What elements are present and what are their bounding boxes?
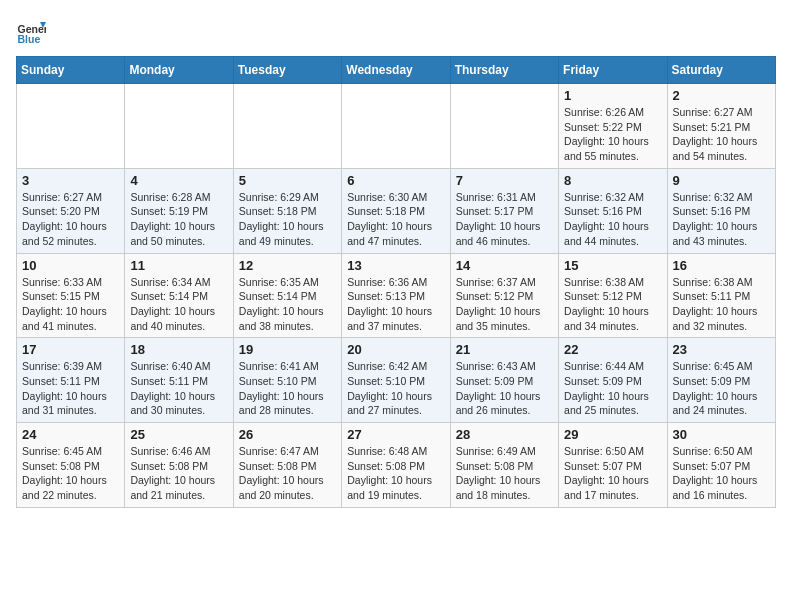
day-info: Sunrise: 6:50 AM Sunset: 5:07 PM Dayligh… — [564, 444, 661, 503]
calendar-cell: 9Sunrise: 6:32 AM Sunset: 5:16 PM Daylig… — [667, 168, 775, 253]
day-info: Sunrise: 6:29 AM Sunset: 5:18 PM Dayligh… — [239, 190, 336, 249]
day-number: 15 — [564, 258, 661, 273]
calendar-cell: 1Sunrise: 6:26 AM Sunset: 5:22 PM Daylig… — [559, 84, 667, 169]
day-info: Sunrise: 6:27 AM Sunset: 5:21 PM Dayligh… — [673, 105, 770, 164]
calendar-week-row: 3Sunrise: 6:27 AM Sunset: 5:20 PM Daylig… — [17, 168, 776, 253]
day-info: Sunrise: 6:31 AM Sunset: 5:17 PM Dayligh… — [456, 190, 553, 249]
calendar-cell: 8Sunrise: 6:32 AM Sunset: 5:16 PM Daylig… — [559, 168, 667, 253]
day-number: 8 — [564, 173, 661, 188]
day-info: Sunrise: 6:39 AM Sunset: 5:11 PM Dayligh… — [22, 359, 119, 418]
calendar-cell: 23Sunrise: 6:45 AM Sunset: 5:09 PM Dayli… — [667, 338, 775, 423]
day-number: 6 — [347, 173, 444, 188]
calendar-cell — [17, 84, 125, 169]
calendar-week-row: 10Sunrise: 6:33 AM Sunset: 5:15 PM Dayli… — [17, 253, 776, 338]
calendar-cell: 10Sunrise: 6:33 AM Sunset: 5:15 PM Dayli… — [17, 253, 125, 338]
day-info: Sunrise: 6:45 AM Sunset: 5:08 PM Dayligh… — [22, 444, 119, 503]
day-number: 2 — [673, 88, 770, 103]
day-number: 24 — [22, 427, 119, 442]
day-info: Sunrise: 6:28 AM Sunset: 5:19 PM Dayligh… — [130, 190, 227, 249]
calendar-cell: 19Sunrise: 6:41 AM Sunset: 5:10 PM Dayli… — [233, 338, 341, 423]
calendar-cell — [342, 84, 450, 169]
day-info: Sunrise: 6:37 AM Sunset: 5:12 PM Dayligh… — [456, 275, 553, 334]
day-info: Sunrise: 6:40 AM Sunset: 5:11 PM Dayligh… — [130, 359, 227, 418]
day-number: 26 — [239, 427, 336, 442]
day-info: Sunrise: 6:45 AM Sunset: 5:09 PM Dayligh… — [673, 359, 770, 418]
day-info: Sunrise: 6:44 AM Sunset: 5:09 PM Dayligh… — [564, 359, 661, 418]
weekday-header-thursday: Thursday — [450, 57, 558, 84]
day-number: 20 — [347, 342, 444, 357]
day-info: Sunrise: 6:33 AM Sunset: 5:15 PM Dayligh… — [22, 275, 119, 334]
calendar-cell — [450, 84, 558, 169]
calendar-cell: 16Sunrise: 6:38 AM Sunset: 5:11 PM Dayli… — [667, 253, 775, 338]
day-info: Sunrise: 6:35 AM Sunset: 5:14 PM Dayligh… — [239, 275, 336, 334]
logo-icon: General Blue — [16, 16, 46, 46]
day-info: Sunrise: 6:50 AM Sunset: 5:07 PM Dayligh… — [673, 444, 770, 503]
day-info: Sunrise: 6:49 AM Sunset: 5:08 PM Dayligh… — [456, 444, 553, 503]
calendar-cell: 30Sunrise: 6:50 AM Sunset: 5:07 PM Dayli… — [667, 423, 775, 508]
day-number: 1 — [564, 88, 661, 103]
calendar-cell: 13Sunrise: 6:36 AM Sunset: 5:13 PM Dayli… — [342, 253, 450, 338]
calendar-header-row: SundayMondayTuesdayWednesdayThursdayFrid… — [17, 57, 776, 84]
day-info: Sunrise: 6:32 AM Sunset: 5:16 PM Dayligh… — [564, 190, 661, 249]
day-info: Sunrise: 6:46 AM Sunset: 5:08 PM Dayligh… — [130, 444, 227, 503]
day-info: Sunrise: 6:27 AM Sunset: 5:20 PM Dayligh… — [22, 190, 119, 249]
calendar-cell: 27Sunrise: 6:48 AM Sunset: 5:08 PM Dayli… — [342, 423, 450, 508]
calendar-cell: 6Sunrise: 6:30 AM Sunset: 5:18 PM Daylig… — [342, 168, 450, 253]
logo: General Blue — [16, 16, 46, 46]
calendar-cell: 28Sunrise: 6:49 AM Sunset: 5:08 PM Dayli… — [450, 423, 558, 508]
day-number: 3 — [22, 173, 119, 188]
day-number: 7 — [456, 173, 553, 188]
calendar-cell: 25Sunrise: 6:46 AM Sunset: 5:08 PM Dayli… — [125, 423, 233, 508]
day-info: Sunrise: 6:38 AM Sunset: 5:12 PM Dayligh… — [564, 275, 661, 334]
day-number: 21 — [456, 342, 553, 357]
calendar-cell: 24Sunrise: 6:45 AM Sunset: 5:08 PM Dayli… — [17, 423, 125, 508]
calendar-week-row: 1Sunrise: 6:26 AM Sunset: 5:22 PM Daylig… — [17, 84, 776, 169]
day-info: Sunrise: 6:42 AM Sunset: 5:10 PM Dayligh… — [347, 359, 444, 418]
weekday-header-tuesday: Tuesday — [233, 57, 341, 84]
day-info: Sunrise: 6:43 AM Sunset: 5:09 PM Dayligh… — [456, 359, 553, 418]
weekday-header-sunday: Sunday — [17, 57, 125, 84]
weekday-header-monday: Monday — [125, 57, 233, 84]
calendar-body: 1Sunrise: 6:26 AM Sunset: 5:22 PM Daylig… — [17, 84, 776, 508]
day-number: 30 — [673, 427, 770, 442]
weekday-header-wednesday: Wednesday — [342, 57, 450, 84]
calendar-cell: 7Sunrise: 6:31 AM Sunset: 5:17 PM Daylig… — [450, 168, 558, 253]
day-number: 22 — [564, 342, 661, 357]
day-info: Sunrise: 6:38 AM Sunset: 5:11 PM Dayligh… — [673, 275, 770, 334]
calendar-cell: 21Sunrise: 6:43 AM Sunset: 5:09 PM Dayli… — [450, 338, 558, 423]
day-number: 27 — [347, 427, 444, 442]
weekday-header-friday: Friday — [559, 57, 667, 84]
day-number: 10 — [22, 258, 119, 273]
day-number: 4 — [130, 173, 227, 188]
calendar-cell: 14Sunrise: 6:37 AM Sunset: 5:12 PM Dayli… — [450, 253, 558, 338]
day-number: 19 — [239, 342, 336, 357]
day-info: Sunrise: 6:30 AM Sunset: 5:18 PM Dayligh… — [347, 190, 444, 249]
calendar-week-row: 24Sunrise: 6:45 AM Sunset: 5:08 PM Dayli… — [17, 423, 776, 508]
calendar-cell — [233, 84, 341, 169]
calendar-table: SundayMondayTuesdayWednesdayThursdayFrid… — [16, 56, 776, 508]
calendar-cell: 18Sunrise: 6:40 AM Sunset: 5:11 PM Dayli… — [125, 338, 233, 423]
day-number: 18 — [130, 342, 227, 357]
day-info: Sunrise: 6:32 AM Sunset: 5:16 PM Dayligh… — [673, 190, 770, 249]
calendar-cell: 26Sunrise: 6:47 AM Sunset: 5:08 PM Dayli… — [233, 423, 341, 508]
day-number: 28 — [456, 427, 553, 442]
day-info: Sunrise: 6:48 AM Sunset: 5:08 PM Dayligh… — [347, 444, 444, 503]
day-number: 29 — [564, 427, 661, 442]
calendar-cell: 17Sunrise: 6:39 AM Sunset: 5:11 PM Dayli… — [17, 338, 125, 423]
day-number: 17 — [22, 342, 119, 357]
day-number: 25 — [130, 427, 227, 442]
calendar-cell: 4Sunrise: 6:28 AM Sunset: 5:19 PM Daylig… — [125, 168, 233, 253]
svg-text:Blue: Blue — [18, 33, 41, 45]
calendar-cell: 12Sunrise: 6:35 AM Sunset: 5:14 PM Dayli… — [233, 253, 341, 338]
day-info: Sunrise: 6:41 AM Sunset: 5:10 PM Dayligh… — [239, 359, 336, 418]
weekday-header-saturday: Saturday — [667, 57, 775, 84]
calendar-cell: 11Sunrise: 6:34 AM Sunset: 5:14 PM Dayli… — [125, 253, 233, 338]
day-number: 23 — [673, 342, 770, 357]
calendar-week-row: 17Sunrise: 6:39 AM Sunset: 5:11 PM Dayli… — [17, 338, 776, 423]
calendar-cell — [125, 84, 233, 169]
calendar-cell: 5Sunrise: 6:29 AM Sunset: 5:18 PM Daylig… — [233, 168, 341, 253]
calendar-cell: 29Sunrise: 6:50 AM Sunset: 5:07 PM Dayli… — [559, 423, 667, 508]
day-number: 16 — [673, 258, 770, 273]
calendar-cell: 22Sunrise: 6:44 AM Sunset: 5:09 PM Dayli… — [559, 338, 667, 423]
day-info: Sunrise: 6:34 AM Sunset: 5:14 PM Dayligh… — [130, 275, 227, 334]
